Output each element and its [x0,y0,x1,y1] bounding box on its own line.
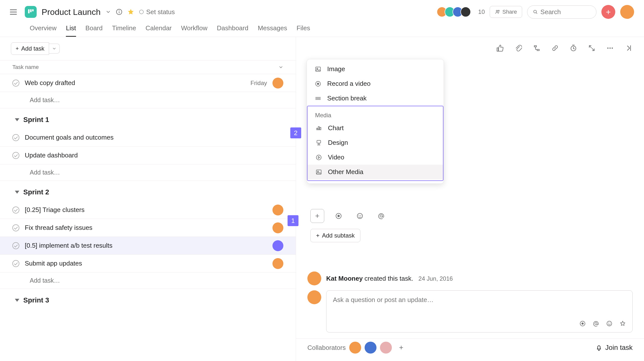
tab-timeline[interactable]: Timeline [112,24,136,37]
task-row[interactable]: Document goals and outcomes [0,129,296,147]
add-task-dropdown[interactable] [49,44,60,54]
collaborator-avatar[interactable] [349,342,361,353]
add-task-inline[interactable]: Add task… [0,164,296,181]
add-subtask-button[interactable]: +Add subtask [310,229,360,242]
like-icon[interactable] [496,44,504,52]
collaborator-avatar[interactable] [380,342,392,353]
more-icon[interactable] [606,44,614,52]
menu-toggle[interactable] [10,7,20,17]
task-assignee-avatar[interactable] [272,205,283,215]
close-panel-icon[interactable] [624,44,632,52]
star-icon[interactable] [127,9,134,15]
tab-dashboard[interactable]: Dashboard [217,24,248,37]
comment-box[interactable] [326,290,632,332]
project-menu-chevron[interactable] [106,9,111,15]
section-header[interactable]: Sprint 2 [0,181,296,201]
collapse-icon [15,299,19,302]
tab-workflow[interactable]: Workflow [181,24,207,37]
timer-icon[interactable] [569,44,578,52]
col-chevron[interactable] [278,65,283,70]
menu-item-section-break[interactable]: Section break [307,91,444,106]
task-row[interactable]: [0.25] Triage clusters [0,201,296,219]
section-header[interactable]: Sprint 1 [0,108,296,129]
section-header[interactable]: Sprint 3 [0,289,296,309]
complete-checkbox[interactable] [12,152,19,159]
tab-messages[interactable]: Messages [258,24,287,37]
menu-item-label: Record a video [327,80,370,88]
menu-item-chart[interactable]: Chart [308,121,443,135]
comment-avatar [308,290,321,304]
complete-checkbox[interactable] [12,80,19,87]
task-assignee-avatar[interactable] [272,240,283,251]
tab-files[interactable]: Files [296,24,310,37]
menu-item-record-video[interactable]: Record a video [307,76,444,91]
task-row[interactable]: Submit app updates [0,255,296,272]
complete-checkbox[interactable] [12,207,19,213]
menu-item-other-media[interactable]: Other Media [308,165,443,179]
detail-toolbar [296,37,644,55]
task-assignee-avatar[interactable] [272,222,283,233]
user-avatar[interactable] [620,5,634,19]
task-row[interactable]: Web copy drafted Friday [0,74,296,92]
menu-item-video[interactable]: Video [308,150,443,165]
project-tabs: Overview List Board Timeline Calendar Wo… [0,21,644,37]
task-row[interactable]: [0.5] implement a/b test results [0,237,296,255]
add-task-inline[interactable]: Add task… [0,92,296,108]
menu-media-group: Media Chart Design Video Other Media [307,106,444,181]
star-icon[interactable] [620,320,626,327]
collaborator-avatar[interactable] [364,342,376,353]
record-icon[interactable] [579,320,586,327]
add-collaborator-button[interactable]: + [397,343,406,352]
tab-overview[interactable]: Overview [30,24,56,37]
task-row[interactable]: Fix thread safety issues [0,219,296,237]
svg-point-18 [380,215,382,217]
video-icon [315,154,322,161]
add-task-button[interactable]: + Add task [11,42,49,55]
member-avatars[interactable] [439,7,471,17]
add-task-inline[interactable]: Add task… [0,272,296,289]
insert-button[interactable]: + [310,209,324,223]
global-add-button[interactable]: + [602,5,615,19]
subtask-icon[interactable] [532,44,541,52]
svg-point-23 [608,322,609,323]
complete-checkbox[interactable] [12,260,19,267]
activity-timestamp: 24 Jun, 2016 [418,275,453,282]
project-info-icon[interactable] [116,9,122,15]
set-status[interactable]: Set status [139,8,175,16]
task-assignee-avatar[interactable] [272,258,283,269]
add-task-label: Add task [21,45,44,52]
mention-icon[interactable] [593,320,599,327]
fullscreen-icon[interactable] [588,44,596,52]
svg-point-12 [612,48,613,49]
image-icon [314,66,322,73]
attachment-icon[interactable] [514,44,523,52]
tab-board[interactable]: Board [86,24,102,37]
menu-item-design[interactable]: Design [308,135,443,150]
complete-checkbox[interactable] [12,134,19,141]
emoji-icon[interactable] [606,320,612,327]
join-task-button[interactable]: Join task [596,344,633,351]
mention-icon[interactable] [374,209,388,223]
menu-item-image[interactable]: Image [307,62,444,76]
tab-list[interactable]: List [66,24,76,37]
editor-toolbar: + [310,209,632,223]
comment-input[interactable] [333,296,626,304]
svg-point-14 [337,215,340,217]
search-input[interactable] [540,8,591,16]
project-icon[interactable] [25,6,37,18]
tab-calendar[interactable]: Calendar [146,24,172,37]
complete-checkbox[interactable] [12,242,19,249]
search-box[interactable] [527,6,596,19]
insert-menu: Image Record a video Section break Media… [307,59,444,184]
task-row[interactable]: Update dashboard [0,147,296,164]
complete-checkbox[interactable] [12,224,19,231]
record-icon[interactable] [332,209,346,223]
share-button[interactable]: Share [490,6,522,18]
project-title[interactable]: Product Launch [42,7,100,17]
task-name: [0.5] implement a/b test results [25,242,267,249]
svg-point-30 [316,155,321,160]
task-assignee-avatar[interactable] [272,78,283,89]
emoji-icon[interactable] [353,209,367,223]
copy-link-icon[interactable] [551,44,559,52]
menu-group-label: Media [308,107,443,121]
